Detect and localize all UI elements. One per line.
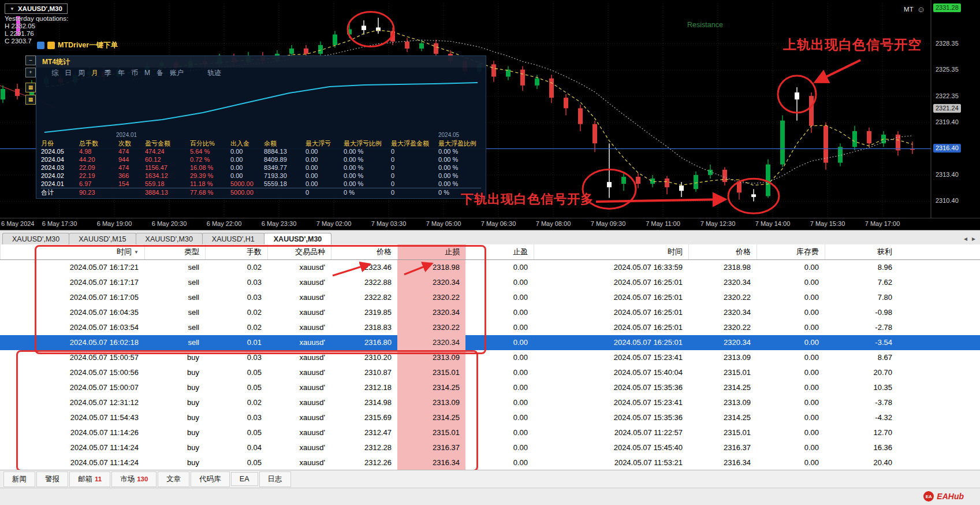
stats-cell: 29.39 % [190,172,230,180]
history-header[interactable]: 库存费 [757,244,825,259]
history-header[interactable]: 交易品种 [267,244,331,259]
history-row[interactable]: 2024.05.07 16:17:05sell0.03xauusd'2322.8… [0,290,980,305]
stats-cell: 2024.05 [41,147,79,155]
minimize-panel-icon[interactable]: – [25,55,36,65]
terminal-tab-bar: 新闻警报邮箱11市场130文章代码库EA日志 [0,470,980,488]
stats-cell: 2024.02 [41,172,79,180]
history-cell: 2320.34 [688,275,757,290]
history-row[interactable]: 2024.05.07 16:03:54sell0.02xauusd'2318.8… [0,320,980,335]
smiley-icon[interactable]: ☺ [917,5,925,14]
tab-scroll-right-icon[interactable]: ▸ [972,235,975,243]
history-header[interactable]: 手数 [205,244,267,259]
terminal-tab-ea[interactable]: EA [231,472,258,486]
history-row[interactable]: 2024.05.07 11:14:26buy0.05xauusd'2312.47… [0,425,980,440]
history-cell: buy [144,380,205,395]
mt4-stats-panel[interactable]: MT4统计 综日周月季年币M备账户轨迹 2024.01 2024.05 月份总手… [36,55,486,199]
stats-menu-item[interactable]: 账户 [170,68,184,78]
history-header[interactable]: 价格 [688,244,757,259]
history-row[interactable]: 2024.05.07 11:14:24buy0.05xauusd'2312.26… [0,455,980,470]
mtdriver-button[interactable]: MTDriver一键下单 [37,40,118,50]
history-cell: 0.00 [465,395,534,410]
terminal-tab-market[interactable]: 市场130 [111,471,156,487]
chart-symbol-box[interactable]: ▼ XAUUSD',M30 [5,3,68,14]
history-header[interactable]: 止盈 [465,244,534,259]
history-header[interactable]: 类型 [144,244,205,259]
stats-menu-item[interactable]: 日 [65,68,72,78]
chart-panel[interactable]: ▼ XAUUSD',M30 MT ☺ Yesterday quotations:… [0,0,980,230]
history-row[interactable]: 2024.05.07 15:00:56buy0.05xauusd'2310.87… [0,365,980,380]
stats-menu-item[interactable]: 季 [105,68,111,78]
mtdriver-icon [37,42,44,49]
chart-tab[interactable]: XAUUSD',M30 [136,233,203,244]
mtdriver-label: MTDriver一键下单 [58,40,118,50]
history-row[interactable]: 2024.05.07 16:02:18sell0.01xauusd'2316.8… [0,335,980,350]
stats-menu-item[interactable]: 币 [131,68,138,78]
chart-tab[interactable]: XAUUSD',M30 [2,233,69,244]
history-cell: 2314.25 [397,410,465,425]
move-tool-icon[interactable]: + [25,68,36,77]
history-cell: xauusd' [267,440,331,455]
history-header[interactable]: 时间 [534,244,688,259]
terminal-tab-alerts[interactable]: 警报 [36,471,68,487]
stats-cell: 474.24 [145,147,190,155]
history-row[interactable]: 2024.05.07 15:00:57buy0.03xauusd'2310.20… [0,350,980,365]
terminal-tab-articles[interactable]: 文章 [158,471,189,487]
history-cell: 2024.05.07 12:31:12 [0,395,144,410]
history-cell: 2320.22 [397,290,465,305]
collapse-icon[interactable]: ▼ [10,6,14,12]
chart-tab[interactable]: XAUUSD',H1 [202,233,264,244]
history-row[interactable]: 2024.05.07 12:31:12buy0.02xauusd'2314.98… [0,395,980,410]
stats-menu-item[interactable]: 周 [78,68,85,78]
history-row[interactable]: 2024.05.07 11:54:43buy0.03xauusd'2315.69… [0,410,980,425]
stats-cell: 5.64 % [190,147,230,155]
terminal-tab-journal[interactable]: 日志 [259,471,291,487]
history-cell: 2024.05.07 16:04:35 [0,305,144,320]
history-header[interactable]: 止损 [397,244,465,259]
history-cell: 0.00 [757,380,825,395]
chart-tab[interactable]: XAUUSD',M30 [264,233,332,244]
stats-menu-item[interactable]: 轨迹 [207,68,221,78]
history-cell: 2313.09 [688,395,757,410]
equity-curve [41,79,482,137]
stats-cell: 0.00 [305,180,344,188]
history-row[interactable]: 2024.05.07 15:00:07buy0.05xauusd'2312.18… [0,380,980,395]
tab-scroll-left-icon[interactable]: ◂ [964,235,967,243]
terminal-tab-codebase[interactable]: 代码库 [191,471,230,487]
history-row[interactable]: 2024.05.07 11:14:24buy0.04xauusd'2312.28… [0,440,980,455]
chart-tab[interactable]: XAUUSD',M15 [69,233,136,244]
stats-menu-item[interactable]: 年 [118,68,125,78]
ea-widget-icon[interactable]: ▦ [25,95,36,105]
history-cell: 0.00 [465,455,534,470]
history-cell: 0.05 [205,380,267,395]
eahub-logo: EA EAHub [923,491,964,502]
history-header[interactable]: 价格 [331,244,397,259]
stats-cell: 7193.30 [264,172,305,180]
tab-label: 市场 [120,474,135,484]
history-header[interactable]: 获利 [825,244,898,259]
history-cell: 2320.34 [688,335,757,350]
history-row[interactable]: 2024.05.07 16:17:17sell0.03xauusd'2322.8… [0,275,980,290]
history-row[interactable]: 2024.05.07 16:04:35sell0.02xauusd'2319.8… [0,305,980,320]
stats-menu-item[interactable]: 备 [156,68,163,78]
history-header[interactable]: 时间▼ [0,244,144,259]
history-cell: 2024.05.07 15:45:40 [534,440,688,455]
stats-cell: 0.00 [230,155,264,164]
terminal-tab-news[interactable]: 新闻 [3,471,35,487]
stats-cell: 0.00 % [344,147,391,155]
stats-menu-item[interactable]: 综 [51,68,58,78]
stats-cell: 0 [305,188,344,196]
ea-widget-icon[interactable]: ▦ [25,83,36,92]
history-cell: 0.00 [757,350,825,365]
stats-menu-item[interactable]: M [144,68,150,78]
history-cell: 2313.09 [688,350,757,365]
mt-label: MT [904,6,914,13]
history-cell: 2024.05.07 11:14:24 [0,455,144,470]
history-cell: 0.00 [465,425,534,440]
terminal-tab-mailbox[interactable]: 邮箱11 [69,471,110,487]
history-row[interactable]: 2024.05.07 16:17:21sell0.02xauusd'2323.4… [0,260,980,275]
annotation-buy-signal: 下轨出现白色信号开多 [461,191,594,208]
stats-menu-item[interactable]: 月 [91,68,98,78]
stats-cell: 5000.00 [230,188,264,196]
stats-header: 盈亏金额 [145,139,190,147]
last-price-box: 2321.24 [933,104,961,113]
